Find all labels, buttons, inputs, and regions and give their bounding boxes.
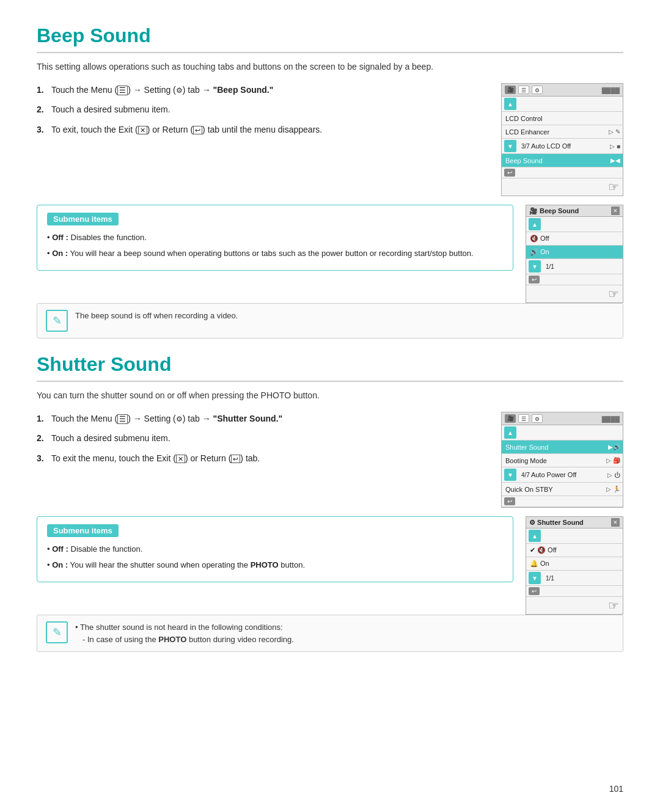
shutter-step-text-3: To exit the menu, touch the Exit (✕) or … xyxy=(51,452,486,465)
cam-row-beep-sound: Beep Sound ▶◀ xyxy=(502,154,623,167)
beep-note-box: ✎ The beep sound is off when recording a… xyxy=(37,303,623,338)
beep-submenu-title: Submenu items xyxy=(47,213,119,225)
cam-popup-off-row: 🔇 Off xyxy=(526,232,623,246)
cam-back-btn[interactable]: ↩ xyxy=(504,169,515,177)
shutter-note-line-2: - In case of using the PHOTO button duri… xyxy=(75,634,294,646)
step-num-2: 2. xyxy=(37,103,48,116)
shutter-exit-icon: ✕ xyxy=(176,455,185,463)
shutter-cam-battery: ▓▓▓▓ xyxy=(602,415,620,422)
shutter-bold-1: "Shutter Sound." xyxy=(213,414,283,423)
step-text-2: Touch a desired submenu item. xyxy=(51,103,486,116)
shutter-cam-booting-label: Booting Mode xyxy=(504,457,606,464)
shutter-cam-popup-on-label: 🔔 On xyxy=(529,560,620,568)
cam-battery-1: ▓▓▓▓ xyxy=(602,87,620,93)
shutter-cam-up-btn[interactable]: ▲ xyxy=(504,426,516,439)
shutter-cam-popup-up-btn[interactable]: ▲ xyxy=(529,530,541,542)
beep-bold-1: "Beep Sound." xyxy=(213,85,274,95)
shutter-cam-tab-icons: 🎥 ☰ ⚙ xyxy=(505,414,543,423)
shutter-cam-shutter-icon: ▶🔊 xyxy=(608,444,620,450)
cam-page-1: 3/7 xyxy=(519,143,530,150)
cam-lcd-enhancer-icon: ▷ ✎ xyxy=(609,128,620,135)
hand-cursor-icon: ☞ xyxy=(608,180,619,194)
shutter-step-3: 3. To exit the menu, touch the Exit (✕) … xyxy=(37,452,486,465)
shutter-camera-panel-2: ⚙ Shutter Sound ✕ ▲ ✔ 🔇 Off 🔔 On ▼ 1/1 xyxy=(526,516,623,615)
shutter-return-icon: ↩ xyxy=(231,455,240,463)
shutter-cam-popup-down-btn[interactable]: ▼ xyxy=(529,572,541,584)
cam-beep-sound-label: Beep Sound xyxy=(504,157,610,164)
cam-tab-settings: ⚙ xyxy=(532,86,543,94)
shutter-submenu-off: • Off : Disable the function. xyxy=(47,543,503,555)
cam-lcd-enhancer-label: LCD Enhancer xyxy=(504,128,609,136)
shutter-cam-back-btn[interactable]: ↩ xyxy=(504,497,515,505)
cam-popup-up-btn[interactable]: ▲ xyxy=(529,218,541,230)
shutter-cam-popup-off-label: ✔ 🔇 Off xyxy=(529,546,620,554)
shutter-submenu-on: • On : You will hear the shutter sound w… xyxy=(47,559,503,571)
shutter-sound-desc: You can turn the shutter sound on or off… xyxy=(37,389,623,402)
shutter-steps-list: 1. Touch the Menu (☰) → Setting (⚙) tab … xyxy=(37,412,486,471)
shutter-step-text-1: Touch the Menu (☰) → Setting (⚙) tab → "… xyxy=(51,412,486,425)
shutter-cam-booting-icon: ▷ 🎒 xyxy=(606,457,620,464)
shutter-cam-popup-back-btn[interactable]: ↩ xyxy=(529,587,540,595)
cam-up-btn[interactable]: ▲ xyxy=(504,98,516,110)
setting-icon-1: ⚙ xyxy=(176,86,183,95)
shutter-cam-popup-on-row: 🔔 On xyxy=(526,557,623,571)
cam-popup-off-label: 🔇 Off xyxy=(529,235,620,243)
note-icon-2: ✎ xyxy=(46,621,68,643)
cam-popup-title: 🎥 Beep Sound xyxy=(529,207,579,215)
step-num-3: 3. xyxy=(37,123,48,136)
cam-popup-nav-down-row: ▼ 1/1 xyxy=(526,259,623,274)
shutter-step-num-2: 2. xyxy=(37,431,48,445)
cam-hand-indicator: ☞ xyxy=(502,178,623,196)
cam-row-lcd-control: LCD Control xyxy=(502,112,623,125)
shutter-setting-icon: ⚙ xyxy=(176,415,183,423)
shutter-step-num-3: 3. xyxy=(37,452,48,465)
cam-popup-close-btn[interactable]: ✕ xyxy=(611,207,620,215)
shutter-cam-popup-close-btn[interactable]: ✕ xyxy=(611,518,620,527)
shutter-cam-row-shutter: Shutter Sound ▶🔊 xyxy=(502,441,623,454)
cam-popup-back-btn[interactable]: ↩ xyxy=(529,276,540,283)
beep-submenu-on: • On : You will hear a beep sound when o… xyxy=(47,247,503,260)
beep-submenu-off: • Off : Disables the function. xyxy=(47,232,503,244)
shutter-cam-row-quick: Quick On STBY ▷ 🏃 xyxy=(502,483,623,496)
shutter-submenu-box: Submenu items • Off : Disable the functi… xyxy=(37,516,513,582)
shutter-cam-popup-title: ⚙ Shutter Sound xyxy=(529,519,584,527)
cam-popup-title-bar: 🎥 Beep Sound ✕ xyxy=(526,205,623,217)
shutter-cam-auto-power-label: Auto Power Off xyxy=(530,471,607,478)
shutter-steps-panels: 1. Touch the Menu (☰) → Setting (⚙) tab … xyxy=(37,412,623,508)
shutter-cam-down-btn[interactable]: ▼ xyxy=(504,469,516,481)
step-num-1: 1. xyxy=(37,83,48,97)
hand-cursor-icon-3: ☞ xyxy=(608,598,619,613)
step-text-3: To exit, touch the Exit (✕) or Return (↩… xyxy=(51,123,486,136)
shutter-step-text-2: Touch a desired submenu item. xyxy=(51,431,486,445)
shutter-cam-quick-icon: ▷ 🏃 xyxy=(606,486,620,492)
shutter-camera-panel-1: 🎥 ☰ ⚙ ▓▓▓▓ ▲ Shutter Sound ▶🔊 Booting Mo… xyxy=(501,412,623,508)
cam-popup-down-btn[interactable]: ▼ xyxy=(529,260,541,272)
beep-step-2: 2. Touch a desired submenu item. xyxy=(37,103,486,116)
beep-submenu-left: Submenu items • Off : Disables the funct… xyxy=(37,205,513,280)
cam-popup-on-label: 🔊 On xyxy=(529,248,620,256)
shutter-cam-row-auto-power: ▼ 4/7 Auto Power Off ▷ ⏻ xyxy=(502,467,623,483)
shutter-cam-auto-power-icon: ▷ ⏻ xyxy=(607,472,620,478)
cam-nav-down-row: ▼ 3/7 Auto LCD Off ▷ ■ xyxy=(502,139,623,154)
shutter-cam-popup-hand: ☞ xyxy=(526,597,623,614)
shutter-cam-popup-nav-up: ▲ xyxy=(526,529,623,544)
beep-sound-desc: This setting allows operations such as t… xyxy=(37,60,623,73)
beep-steps-panels: 1. Touch the Menu (☰) → Setting (⚙) tab … xyxy=(37,83,623,196)
cam-tab-icons: 🎥 ☰ ⚙ xyxy=(505,86,543,94)
shutter-cam-page: 4/7 xyxy=(519,472,530,478)
shutter-cam-back-row: ↩ xyxy=(502,496,623,507)
shutter-cam-shutter-label: Shutter Sound xyxy=(504,444,608,451)
step-text-1: Touch the Menu (☰) → Setting (⚙) tab → "… xyxy=(51,83,486,97)
beep-step-1: 1. Touch the Menu (☰) → Setting (⚙) tab … xyxy=(37,83,486,97)
beep-camera-panel-1: 🎥 ☰ ⚙ ▓▓▓▓ ▲ LCD Control LCD Enhancer ▷ … xyxy=(501,83,623,196)
shutter-cam-popup-nav-down-row: ▼ 1/1 xyxy=(526,571,623,586)
shutter-sound-title: Shutter Sound xyxy=(37,353,623,382)
cam-back-row: ↩ xyxy=(502,167,623,178)
page-number: 101 xyxy=(609,784,623,794)
shutter-cam-nav-up: ▲ xyxy=(502,425,623,441)
cam-down-btn[interactable]: ▼ xyxy=(504,140,516,152)
beep-steps-list: 1. Touch the Menu (☰) → Setting (⚙) tab … xyxy=(37,83,486,142)
cam-popup-hand: ☞ xyxy=(526,285,623,302)
shutter-cam-tab-settings: ⚙ xyxy=(532,414,543,423)
cam-popup-on-row: 🔊 On xyxy=(526,246,623,259)
